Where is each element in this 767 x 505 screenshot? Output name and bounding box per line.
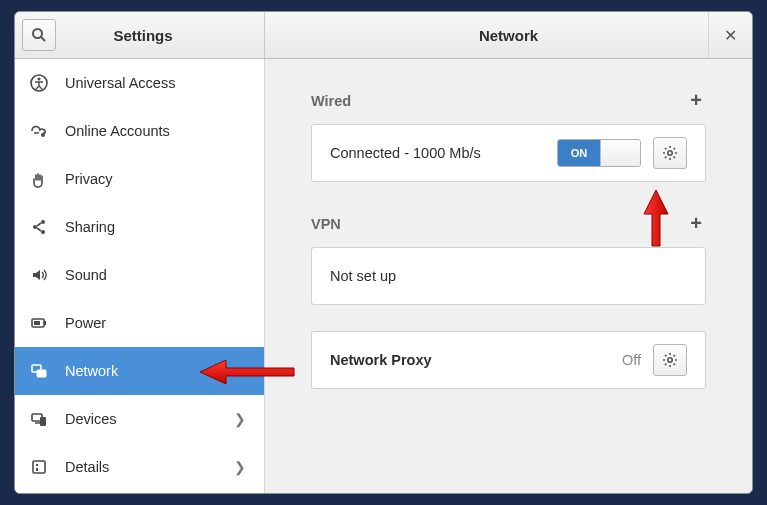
proxy-label: Network Proxy [330, 352, 622, 368]
sidebar-item-label: Sound [65, 267, 107, 283]
settings-window: Settings Network ✕ Universal Access Onli… [14, 11, 753, 494]
sidebar-item-online-accounts[interactable]: Online Accounts [15, 107, 264, 155]
sidebar-item-power[interactable]: Power [15, 299, 264, 347]
proxy-row[interactable]: Network Proxy Off [312, 332, 705, 388]
sidebar-item-details[interactable]: Details ❯ [15, 443, 264, 491]
titlebar: Settings Network ✕ [15, 12, 752, 59]
sidebar-item-label: Online Accounts [65, 123, 170, 139]
devices-icon [29, 409, 49, 429]
svg-point-7 [41, 230, 45, 234]
close-icon: ✕ [724, 26, 737, 45]
sidebar-item-privacy[interactable]: Privacy [15, 155, 264, 203]
vpn-status: Not set up [330, 268, 687, 284]
cloud-account-icon [29, 121, 49, 141]
proxy-panel: Network Proxy Off [311, 331, 706, 389]
svg-rect-12 [37, 370, 46, 377]
sidebar-item-label: Devices [65, 411, 117, 427]
add-wired-button[interactable]: + [686, 89, 706, 112]
accessibility-icon [29, 73, 49, 93]
sidebar-item-sharing[interactable]: Sharing [15, 203, 264, 251]
switch-on-label: ON [558, 140, 600, 166]
details-icon [29, 457, 49, 477]
sidebar-item-label: Network [65, 363, 118, 379]
proxy-value: Off [622, 352, 641, 368]
content-pane: Wired + Connected - 1000 Mb/s ON [265, 59, 752, 493]
gear-icon [662, 352, 678, 368]
sidebar-item-label: Universal Access [65, 75, 175, 91]
hand-icon [29, 169, 49, 189]
titlebar-left: Settings [15, 12, 265, 58]
share-icon [29, 217, 49, 237]
proxy-settings-button[interactable] [653, 344, 687, 376]
sidebar-item-sound[interactable]: Sound [15, 251, 264, 299]
sidebar[interactable]: Universal Access Online Accounts Privacy… [15, 59, 265, 493]
wired-row: Connected - 1000 Mb/s ON [312, 125, 705, 181]
switch-handle [600, 140, 640, 166]
svg-rect-14 [40, 417, 46, 426]
sidebar-item-devices[interactable]: Devices ❯ [15, 395, 264, 443]
wired-section-header: Wired + [311, 89, 706, 112]
sidebar-item-network[interactable]: Network [15, 347, 264, 395]
vpn-section-header: VPN + [311, 212, 706, 235]
chevron-right-icon: ❯ [234, 459, 246, 475]
svg-point-17 [668, 151, 672, 155]
wired-title: Wired [311, 93, 351, 109]
sound-icon [29, 265, 49, 285]
power-icon [29, 313, 49, 333]
gear-icon [662, 145, 678, 161]
sidebar-item-universal-access[interactable]: Universal Access [15, 59, 264, 107]
wired-panel: Connected - 1000 Mb/s ON [311, 124, 706, 182]
wired-settings-button[interactable] [653, 137, 687, 169]
svg-rect-10 [34, 321, 40, 325]
sidebar-item-label: Details [65, 459, 109, 475]
sidebar-item-label: Privacy [65, 171, 113, 187]
svg-rect-15 [33, 461, 45, 473]
window-body: Universal Access Online Accounts Privacy… [15, 59, 752, 493]
svg-point-5 [41, 220, 45, 224]
settings-title: Settings [113, 27, 206, 44]
svg-point-18 [668, 358, 672, 362]
svg-point-3 [38, 78, 41, 81]
panel-title: Network [479, 27, 538, 44]
vpn-title: VPN [311, 216, 341, 232]
sidebar-item-label: Sharing [65, 219, 115, 235]
vpn-row: Not set up [312, 248, 705, 304]
svg-line-1 [41, 37, 45, 41]
sidebar-item-label: Power [65, 315, 106, 331]
svg-rect-9 [44, 321, 46, 325]
wired-status: Connected - 1000 Mb/s [330, 145, 557, 161]
network-icon [29, 361, 49, 381]
chevron-right-icon: ❯ [234, 411, 246, 427]
svg-point-0 [33, 29, 42, 38]
titlebar-right: Network ✕ [265, 12, 752, 58]
vpn-panel: Not set up [311, 247, 706, 305]
add-vpn-button[interactable]: + [686, 212, 706, 235]
svg-rect-16 [36, 464, 38, 466]
search-icon [31, 27, 47, 43]
svg-point-4 [41, 133, 45, 137]
search-button[interactable] [22, 19, 56, 51]
wired-switch[interactable]: ON [557, 139, 641, 167]
svg-point-6 [33, 225, 37, 229]
close-button[interactable]: ✕ [708, 12, 752, 58]
